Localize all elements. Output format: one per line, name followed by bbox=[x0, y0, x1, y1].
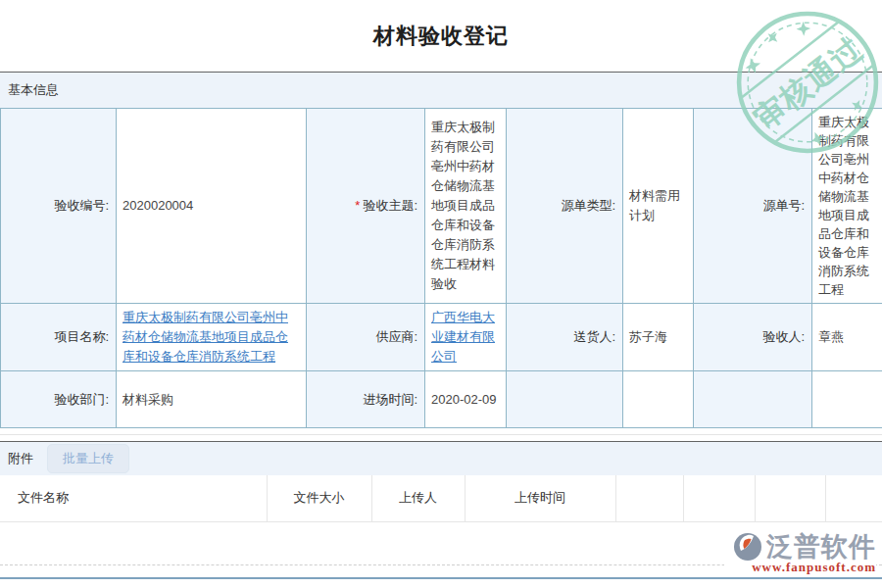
source-type-value: 材料需用计划 bbox=[623, 109, 694, 304]
subject-label: *验收主题: bbox=[307, 109, 425, 304]
page-title: 材料验收登记 bbox=[0, 22, 882, 51]
basic-info-table: 验收编号: 2020020004 *验收主题: 重庆太极制药有限公司亳州中药材仓… bbox=[0, 108, 882, 428]
source-no-value: 重庆太极制药有限公司亳州中药材仓储物流基地项目成品仓库和设备仓库消防系统工程 bbox=[812, 109, 882, 304]
vendor-logo: 泛普软件 www.fanpusoft.com bbox=[724, 531, 876, 575]
required-mark: * bbox=[355, 198, 360, 213]
batch-upload-button[interactable]: 批量上传 bbox=[47, 444, 129, 473]
vendor-logo-icon bbox=[732, 531, 763, 563]
attachments-header-empty-cell bbox=[755, 475, 825, 521]
vendor-url: www.fanpusoft.com bbox=[752, 560, 876, 575]
attachments-section-title: 附件 bbox=[8, 450, 33, 467]
vendor-name: 泛普软件 bbox=[766, 532, 876, 562]
subject-label-text: 验收主题: bbox=[363, 198, 417, 213]
empty-label-cell bbox=[694, 371, 812, 428]
project-name-label: 项目名称: bbox=[1, 304, 117, 371]
deliverer-label: 送货人: bbox=[507, 304, 623, 371]
attachments-header-empty-cell bbox=[683, 475, 755, 521]
entry-time-value: 2020-02-09 bbox=[425, 371, 507, 428]
empty-value-cell bbox=[812, 371, 882, 428]
empty-value-cell bbox=[623, 371, 694, 428]
attachments-table: 文件名称 文件大小 上传人 上传时间 bbox=[0, 475, 882, 522]
section-divider bbox=[0, 434, 882, 435]
basic-info-section-bar: 基本信息 bbox=[0, 72, 882, 108]
attachments-col-file-size: 文件大小 bbox=[267, 475, 371, 521]
supplier-value: 广西华电大业建材有限公司 bbox=[425, 304, 507, 371]
table-row: 项目名称: 重庆太极制药有限公司亳州中药材仓储物流基地项目成品仓库和设备仓库消防… bbox=[1, 304, 882, 371]
project-name-link[interactable]: 重庆太极制药有限公司亳州中药材仓储物流基地项目成品仓库和设备仓库消防系统工程 bbox=[122, 310, 288, 364]
deliverer-value: 苏子海 bbox=[623, 304, 694, 371]
attachments-col-upload-time: 上传时间 bbox=[465, 475, 615, 521]
table-row: 验收编号: 2020020004 *验收主题: 重庆太极制药有限公司亳州中药材仓… bbox=[1, 109, 882, 304]
table-row: 验收部门: 材料采购 进场时间: 2020-02-09 bbox=[1, 371, 882, 428]
subject-value: 重庆太极制药有限公司亳州中药材仓储物流基地项目成品仓库和设备仓库消防系统工程材料… bbox=[425, 109, 507, 304]
acceptor-value: 章燕 bbox=[812, 304, 882, 371]
empty-label-cell bbox=[507, 371, 623, 428]
acceptance-no-value: 2020020004 bbox=[117, 109, 307, 304]
department-value: 材料采购 bbox=[117, 371, 307, 428]
attachments-header-row: 文件名称 文件大小 上传人 上传时间 bbox=[0, 475, 882, 521]
department-label: 验收部门: bbox=[1, 371, 117, 428]
source-no-label: 源单号: bbox=[694, 109, 812, 304]
supplier-link[interactable]: 广西华电大业建材有限公司 bbox=[431, 310, 495, 364]
basic-info-section-title: 基本信息 bbox=[8, 81, 59, 99]
entry-time-label: 进场时间: bbox=[307, 371, 425, 428]
attachments-col-uploader: 上传人 bbox=[371, 475, 465, 521]
attachments-header-empty-cell bbox=[825, 475, 882, 521]
supplier-label: 供应商: bbox=[307, 304, 425, 371]
page-bottom-border bbox=[0, 577, 882, 579]
project-name-value: 重庆太极制药有限公司亳州中药材仓储物流基地项目成品仓库和设备仓库消防系统工程 bbox=[117, 304, 307, 371]
attachments-col-file-name: 文件名称 bbox=[0, 475, 267, 521]
acceptance-no-label: 验收编号: bbox=[1, 109, 117, 304]
attachments-header-empty-cell bbox=[615, 475, 683, 521]
attachments-section-bar: 附件 批量上传 bbox=[0, 441, 882, 475]
acceptor-label: 验收人: bbox=[694, 304, 812, 371]
source-type-label: 源单类型: bbox=[507, 109, 623, 304]
